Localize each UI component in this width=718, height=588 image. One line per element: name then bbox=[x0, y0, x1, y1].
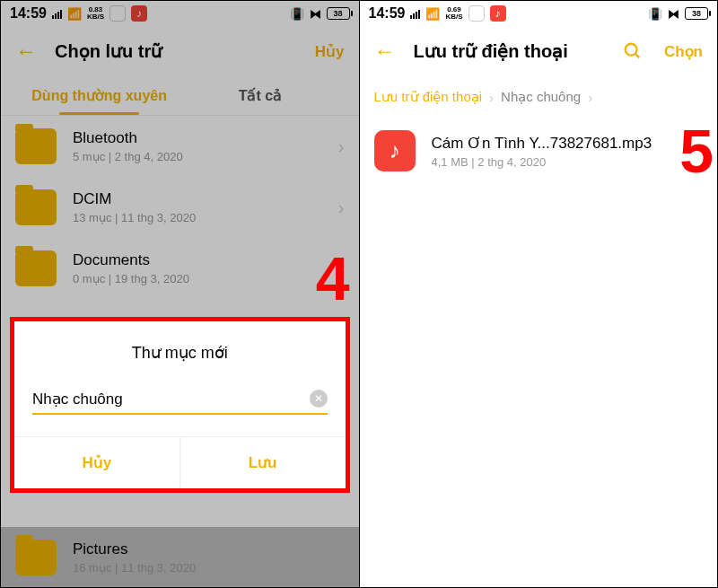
wifi-icon: 📶 bbox=[67, 7, 82, 21]
folder-item[interactable]: DCIM 13 mục | 11 thg 3, 2020 › bbox=[1, 177, 359, 238]
clear-input-button[interactable]: ✕ bbox=[310, 390, 328, 408]
app-icon-1: ◉ bbox=[468, 5, 485, 22]
app-icon-2: ♪ bbox=[131, 5, 147, 22]
cancel-button[interactable]: Hủy bbox=[315, 42, 345, 61]
network-speed: 0.69KB/S bbox=[445, 6, 462, 21]
breadcrumb: Lưu trữ điện thoại › Nhạc chuông › bbox=[360, 76, 718, 118]
chevron-right-icon: › bbox=[338, 197, 345, 218]
signal-icon bbox=[410, 8, 420, 19]
step-annotation: 4 bbox=[316, 243, 350, 313]
search-icon[interactable] bbox=[623, 41, 643, 61]
vibrate-icon: 📳 bbox=[648, 7, 662, 21]
battery-icon: 38 bbox=[685, 7, 708, 20]
tab-all[interactable]: Tất cả bbox=[180, 76, 340, 115]
choose-button[interactable]: Chọn bbox=[664, 42, 703, 61]
folder-item[interactable]: Documents 0 mục | 19 thg 3, 2020 › bbox=[1, 238, 359, 299]
battery-icon: 38 bbox=[327, 7, 350, 20]
clock: 14:59 bbox=[10, 5, 47, 22]
signal-icon bbox=[52, 8, 62, 19]
folder-name: Documents bbox=[73, 251, 338, 269]
folder-item[interactable]: Bluetooth 5 mục | 2 thg 4, 2020 › bbox=[1, 116, 359, 177]
page-title: Chọn lưu trữ bbox=[55, 40, 315, 62]
step-annotation: 5 bbox=[679, 116, 714, 186]
dialog-cancel-button[interactable]: Hủy bbox=[14, 437, 180, 488]
tab-frequent[interactable]: Dùng thường xuyên bbox=[19, 76, 180, 115]
app-icon-1: ◉ bbox=[109, 5, 126, 22]
svg-point-0 bbox=[626, 44, 637, 56]
page-title: Lưu trữ điện thoại bbox=[414, 40, 623, 62]
music-icon: ♪ bbox=[374, 130, 416, 171]
folder-icon bbox=[15, 250, 57, 286]
file-meta: 4,1 MB | 2 thg 4, 2020 bbox=[432, 155, 704, 169]
file-name: Cám Ơn Tình Y...73827681.mp3 bbox=[432, 134, 704, 153]
folder-meta: 13 mục | 11 thg 3, 2020 bbox=[73, 211, 338, 224]
folder-name: DCIM bbox=[73, 190, 338, 208]
back-button[interactable]: ← bbox=[15, 39, 37, 64]
status-bar: 14:59 📶 0.69KB/S ◉ ♪ 📳 ⧓ 38 bbox=[360, 1, 718, 26]
clock: 14:59 bbox=[369, 5, 406, 22]
dialog-title: Thư mục mới bbox=[32, 343, 328, 363]
vibrate-icon: 📳 bbox=[290, 7, 304, 21]
chevron-right-icon: › bbox=[489, 90, 494, 105]
header: ← Chọn lưu trữ Hủy bbox=[1, 26, 359, 76]
status-bar: 14:59 📶 0.83KB/S ◉ ♪ 📳 ⧓ 38 bbox=[1, 1, 359, 26]
breadcrumb-current: Nhạc chuông bbox=[501, 89, 581, 105]
network-speed: 0.83KB/S bbox=[87, 6, 104, 21]
chevron-right-icon: › bbox=[338, 136, 345, 157]
header: ← Lưu trữ điện thoại Chọn bbox=[360, 26, 718, 76]
svg-line-1 bbox=[635, 54, 640, 58]
folder-meta: 5 mục | 2 thg 4, 2020 bbox=[73, 150, 338, 163]
dialog-save-button[interactable]: Lưu bbox=[180, 437, 346, 488]
folder-name: Bluetooth bbox=[73, 129, 338, 147]
bluetooth-icon: ⧓ bbox=[310, 7, 321, 21]
folder-meta: 0 mục | 19 thg 3, 2020 bbox=[73, 272, 338, 285]
file-item[interactable]: ♪ Cám Ơn Tình Y...73827681.mp3 4,1 MB | … bbox=[360, 118, 718, 184]
bluetooth-icon: ⧓ bbox=[668, 7, 679, 21]
tabs: Dùng thường xuyên Tất cả bbox=[1, 76, 359, 116]
chevron-right-icon: › bbox=[588, 90, 592, 105]
folder-name-input[interactable] bbox=[32, 390, 328, 408]
breadcrumb-item[interactable]: Lưu trữ điện thoại bbox=[374, 89, 483, 105]
new-folder-dialog: Thư mục mới ✕ Hủy Lưu bbox=[10, 317, 350, 493]
folder-icon bbox=[15, 128, 57, 164]
back-button[interactable]: ← bbox=[374, 39, 396, 64]
wifi-icon: 📶 bbox=[425, 7, 440, 21]
app-icon-2: ♪ bbox=[490, 5, 506, 22]
folder-icon bbox=[15, 189, 57, 225]
folder-item[interactable]: Pictures 16 mục | 11 thg 3, 2020 bbox=[1, 527, 359, 588]
